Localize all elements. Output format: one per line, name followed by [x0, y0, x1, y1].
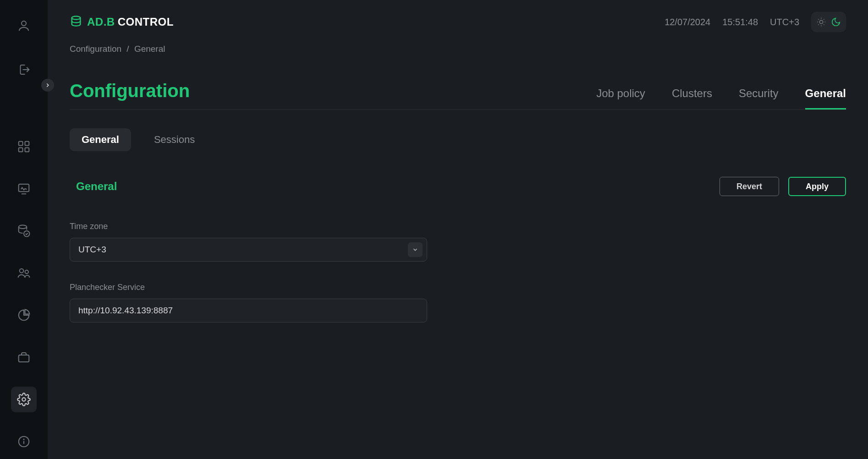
breadcrumb-separator: /	[126, 44, 129, 54]
theme-toggle	[811, 12, 846, 32]
dark-mode-button[interactable]	[829, 15, 843, 29]
logo[interactable]: AD.BCONTROL	[70, 15, 174, 29]
svg-rect-1	[19, 142, 23, 146]
tab-security[interactable]: Security	[739, 87, 779, 109]
svg-rect-10	[19, 355, 29, 362]
svg-rect-2	[25, 142, 29, 146]
svg-rect-4	[25, 148, 29, 152]
timezone-label: Time zone	[70, 222, 427, 231]
subtab-general[interactable]: General	[70, 128, 131, 151]
monitoring-icon[interactable]	[11, 176, 37, 202]
svg-point-16	[819, 20, 823, 23]
tab-clusters[interactable]: Clusters	[672, 87, 712, 109]
breadcrumb-root[interactable]: Configuration	[70, 44, 121, 54]
apply-button[interactable]: Apply	[788, 177, 846, 196]
svg-point-11	[22, 398, 26, 401]
header-tz: UTC+3	[770, 17, 799, 27]
timezone-select[interactable]	[70, 238, 427, 262]
breadcrumb-leaf: General	[134, 44, 165, 54]
sidebar	[0, 0, 48, 459]
svg-line-23	[819, 24, 819, 25]
subtab-sessions[interactable]: Sessions	[142, 128, 207, 151]
planchecker-input[interactable]	[70, 299, 427, 322]
logout-icon[interactable]	[11, 57, 37, 82]
logo-text: AD.BCONTROL	[87, 16, 174, 28]
header-time: 15:51:48	[722, 17, 758, 27]
svg-rect-3	[19, 148, 23, 152]
header-date: 12/07/2024	[665, 17, 710, 27]
breadcrumb: Configuration / General	[70, 44, 846, 54]
tab-job-policy[interactable]: Job policy	[596, 87, 645, 109]
tab-general[interactable]: General	[805, 87, 846, 109]
subtabs: General Sessions	[70, 128, 846, 151]
revert-button[interactable]: Revert	[720, 177, 779, 196]
light-mode-button[interactable]	[814, 15, 829, 29]
section-title: General	[76, 180, 117, 193]
svg-point-14	[23, 439, 24, 439]
svg-point-0	[22, 21, 26, 26]
database-check-icon[interactable]	[11, 218, 37, 244]
svg-point-15	[72, 16, 81, 20]
logo-mark-icon	[70, 15, 82, 29]
info-icon[interactable]	[11, 429, 37, 454]
svg-line-20	[824, 24, 824, 25]
main: AD.BCONTROL 12/07/2024 15:51:48 UTC+3	[48, 0, 868, 459]
dashboard-icon[interactable]	[11, 134, 37, 159]
svg-point-6	[19, 225, 27, 229]
svg-line-19	[819, 19, 819, 20]
expand-sidebar-button[interactable]	[41, 79, 54, 92]
settings-icon[interactable]	[11, 387, 37, 412]
pie-chart-icon[interactable]	[11, 302, 37, 328]
page-title: Configuration	[70, 81, 190, 109]
planchecker-label: Planchecker Service	[70, 283, 427, 292]
svg-point-9	[25, 270, 29, 274]
main-tabs: Job policy Clusters Security General	[596, 87, 846, 109]
users-icon[interactable]	[11, 260, 37, 286]
topbar: AD.BCONTROL 12/07/2024 15:51:48 UTC+3	[48, 0, 868, 33]
user-icon[interactable]	[11, 13, 37, 38]
briefcase-icon[interactable]	[11, 344, 37, 370]
svg-line-24	[824, 19, 824, 20]
svg-point-8	[20, 269, 24, 273]
